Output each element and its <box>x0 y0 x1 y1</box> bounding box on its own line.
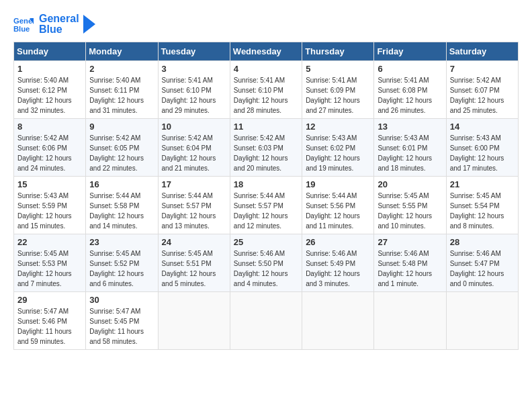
day-info: Sunrise: 5:42 AM Sunset: 6:04 PM Dayligh… <box>162 133 226 173</box>
week-row-2: 8Sunrise: 5:42 AM Sunset: 6:06 PM Daylig… <box>14 119 519 177</box>
day-cell: 22Sunrise: 5:45 AM Sunset: 5:53 PM Dayli… <box>14 234 86 292</box>
week-row-4: 22Sunrise: 5:45 AM Sunset: 5:53 PM Dayli… <box>14 234 519 292</box>
day-number: 8 <box>17 122 82 132</box>
day-cell: 15Sunrise: 5:43 AM Sunset: 5:59 PM Dayli… <box>14 177 86 234</box>
day-number: 22 <box>17 237 82 247</box>
day-cell: 6Sunrise: 5:41 AM Sunset: 6:08 PM Daylig… <box>374 61 446 119</box>
day-info: Sunrise: 5:41 AM Sunset: 6:10 PM Dayligh… <box>234 75 298 116</box>
day-number: 3 <box>162 64 226 74</box>
day-number: 5 <box>306 64 370 74</box>
day-number: 9 <box>89 122 154 132</box>
day-info: Sunrise: 5:46 AM Sunset: 5:49 PM Dayligh… <box>306 248 370 289</box>
day-info: Sunrise: 5:43 AM Sunset: 5:59 PM Dayligh… <box>17 191 82 231</box>
day-cell <box>230 292 302 350</box>
col-header-thursday: Thursday <box>302 42 374 61</box>
day-info: Sunrise: 5:40 AM Sunset: 6:11 PM Dayligh… <box>89 75 154 116</box>
day-cell: 21Sunrise: 5:45 AM Sunset: 5:54 PM Dayli… <box>446 177 518 234</box>
col-header-sunday: Sunday <box>14 42 86 61</box>
day-info: Sunrise: 5:42 AM Sunset: 6:05 PM Dayligh… <box>89 133 154 173</box>
day-number: 17 <box>162 179 226 189</box>
day-cell: 19Sunrise: 5:44 AM Sunset: 5:56 PM Dayli… <box>302 177 374 234</box>
day-cell: 1Sunrise: 5:40 AM Sunset: 6:12 PM Daylig… <box>14 61 86 119</box>
logo-text-blue: Blue <box>39 24 79 35</box>
col-header-friday: Friday <box>374 42 446 61</box>
day-info: Sunrise: 5:46 AM Sunset: 5:50 PM Dayligh… <box>234 248 298 289</box>
day-number: 2 <box>89 64 154 74</box>
day-info: Sunrise: 5:42 AM Sunset: 6:03 PM Dayligh… <box>234 133 298 173</box>
day-number: 24 <box>162 237 226 247</box>
day-cell: 26Sunrise: 5:46 AM Sunset: 5:49 PM Dayli… <box>302 234 374 292</box>
day-info: Sunrise: 5:44 AM Sunset: 5:56 PM Dayligh… <box>306 191 370 231</box>
day-number: 4 <box>234 64 298 74</box>
day-cell: 28Sunrise: 5:46 AM Sunset: 5:47 PM Dayli… <box>446 234 518 292</box>
day-cell <box>446 292 518 350</box>
day-number: 20 <box>378 179 442 189</box>
day-info: Sunrise: 5:45 AM Sunset: 5:54 PM Dayligh… <box>450 191 515 231</box>
day-cell: 10Sunrise: 5:42 AM Sunset: 6:04 PM Dayli… <box>158 119 230 177</box>
day-info: Sunrise: 5:45 AM Sunset: 5:55 PM Dayligh… <box>378 191 442 231</box>
week-row-5: 29Sunrise: 5:47 AM Sunset: 5:46 PM Dayli… <box>14 292 519 350</box>
day-info: Sunrise: 5:45 AM Sunset: 5:53 PM Dayligh… <box>17 248 82 289</box>
day-number: 30 <box>89 295 154 305</box>
svg-marker-3 <box>83 15 95 34</box>
day-cell: 20Sunrise: 5:45 AM Sunset: 5:55 PM Dayli… <box>374 177 446 234</box>
day-number: 10 <box>162 122 226 132</box>
day-number: 25 <box>234 237 298 247</box>
day-number: 7 <box>450 64 515 74</box>
day-number: 6 <box>378 64 442 74</box>
day-number: 21 <box>450 179 515 189</box>
day-cell: 4Sunrise: 5:41 AM Sunset: 6:10 PM Daylig… <box>230 61 302 119</box>
day-cell: 12Sunrise: 5:43 AM Sunset: 6:02 PM Dayli… <box>302 119 374 177</box>
day-cell: 24Sunrise: 5:45 AM Sunset: 5:51 PM Dayli… <box>158 234 230 292</box>
day-cell: 25Sunrise: 5:46 AM Sunset: 5:50 PM Dayli… <box>230 234 302 292</box>
col-header-saturday: Saturday <box>446 42 518 61</box>
logo-icon: General Blue <box>13 14 34 34</box>
day-info: Sunrise: 5:41 AM Sunset: 6:09 PM Dayligh… <box>306 75 370 116</box>
day-cell: 16Sunrise: 5:44 AM Sunset: 5:58 PM Dayli… <box>86 177 158 234</box>
day-cell: 13Sunrise: 5:43 AM Sunset: 6:01 PM Dayli… <box>374 119 446 177</box>
day-info: Sunrise: 5:44 AM Sunset: 5:58 PM Dayligh… <box>89 191 154 231</box>
day-info: Sunrise: 5:42 AM Sunset: 6:06 PM Dayligh… <box>17 133 82 173</box>
day-number: 13 <box>378 122 442 132</box>
day-cell: 27Sunrise: 5:46 AM Sunset: 5:48 PM Dayli… <box>374 234 446 292</box>
day-number: 15 <box>17 179 82 189</box>
day-cell: 29Sunrise: 5:47 AM Sunset: 5:46 PM Dayli… <box>14 292 86 350</box>
day-cell: 18Sunrise: 5:44 AM Sunset: 5:57 PM Dayli… <box>230 177 302 234</box>
day-cell: 23Sunrise: 5:45 AM Sunset: 5:52 PM Dayli… <box>86 234 158 292</box>
day-number: 18 <box>234 179 298 189</box>
day-info: Sunrise: 5:43 AM Sunset: 6:00 PM Dayligh… <box>450 133 515 173</box>
day-info: Sunrise: 5:43 AM Sunset: 6:01 PM Dayligh… <box>378 133 442 173</box>
day-info: Sunrise: 5:44 AM Sunset: 5:57 PM Dayligh… <box>234 191 298 231</box>
day-info: Sunrise: 5:46 AM Sunset: 5:48 PM Dayligh… <box>378 248 442 289</box>
day-info: Sunrise: 5:45 AM Sunset: 5:51 PM Dayligh… <box>162 248 226 289</box>
day-number: 27 <box>378 237 442 247</box>
day-cell <box>158 292 230 350</box>
day-number: 16 <box>89 179 154 189</box>
day-info: Sunrise: 5:41 AM Sunset: 6:10 PM Dayligh… <box>162 75 226 116</box>
day-cell <box>374 292 446 350</box>
day-cell: 7Sunrise: 5:42 AM Sunset: 6:07 PM Daylig… <box>446 61 518 119</box>
logo: General Blue General Blue <box>13 13 95 35</box>
day-cell: 9Sunrise: 5:42 AM Sunset: 6:05 PM Daylig… <box>86 119 158 177</box>
day-cell <box>302 292 374 350</box>
day-info: Sunrise: 5:47 AM Sunset: 5:45 PM Dayligh… <box>89 306 154 347</box>
day-number: 29 <box>17 295 82 305</box>
day-cell: 17Sunrise: 5:44 AM Sunset: 5:57 PM Dayli… <box>158 177 230 234</box>
week-row-1: 1Sunrise: 5:40 AM Sunset: 6:12 PM Daylig… <box>14 61 519 119</box>
day-info: Sunrise: 5:47 AM Sunset: 5:46 PM Dayligh… <box>17 306 82 347</box>
day-number: 14 <box>450 122 515 132</box>
logo-text-general: General <box>39 13 79 24</box>
day-number: 28 <box>450 237 515 247</box>
day-info: Sunrise: 5:44 AM Sunset: 5:57 PM Dayligh… <box>162 191 226 231</box>
day-info: Sunrise: 5:40 AM Sunset: 6:12 PM Dayligh… <box>17 75 82 116</box>
svg-text:Blue: Blue <box>13 25 30 33</box>
week-row-3: 15Sunrise: 5:43 AM Sunset: 5:59 PM Dayli… <box>14 177 519 234</box>
day-info: Sunrise: 5:42 AM Sunset: 6:07 PM Dayligh… <box>450 75 515 116</box>
day-number: 1 <box>17 64 82 74</box>
day-info: Sunrise: 5:43 AM Sunset: 6:02 PM Dayligh… <box>306 133 370 173</box>
day-cell: 3Sunrise: 5:41 AM Sunset: 6:10 PM Daylig… <box>158 61 230 119</box>
col-header-tuesday: Tuesday <box>158 42 230 61</box>
col-header-wednesday: Wednesday <box>230 42 302 61</box>
day-cell: 30Sunrise: 5:47 AM Sunset: 5:45 PM Dayli… <box>86 292 158 350</box>
day-info: Sunrise: 5:41 AM Sunset: 6:08 PM Dayligh… <box>378 75 442 116</box>
